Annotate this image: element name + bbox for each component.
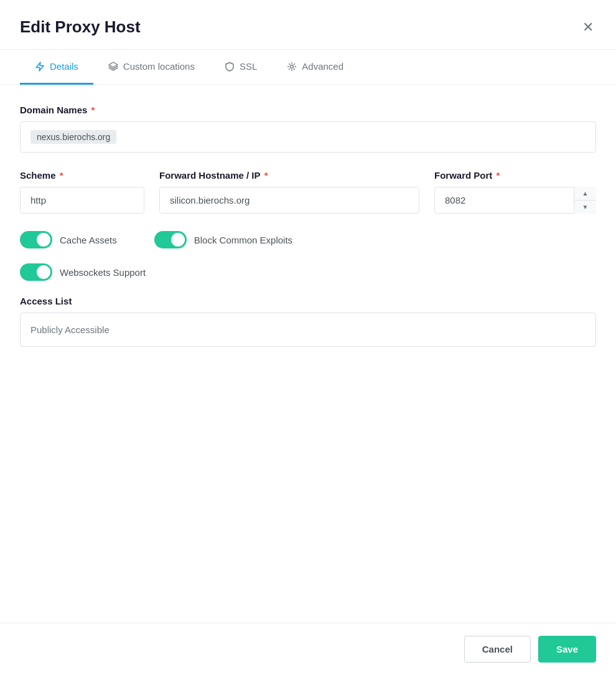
tab-custom-locations-label: Custom locations xyxy=(123,61,195,72)
domain-names-label: Domain Names * xyxy=(20,105,596,115)
modal-body: Domain Names * nexus.bierochs.org Scheme… xyxy=(0,85,616,623)
port-input-wrap: ▲ ▼ xyxy=(434,187,596,214)
domain-tag: nexus.bierochs.org xyxy=(30,130,116,144)
websockets-toggle[interactable] xyxy=(20,263,52,281)
block-exploits-toggle-item: Block Common Exploits xyxy=(154,231,292,248)
scheme-select[interactable]: http https xyxy=(20,187,144,214)
websockets-toggle-item: Websockets Support xyxy=(20,263,146,281)
tab-ssl-label: SSL xyxy=(240,61,257,72)
port-decrement-button[interactable]: ▼ xyxy=(574,201,596,214)
fwdhost-required: * xyxy=(262,170,268,181)
tab-details[interactable]: Details xyxy=(20,50,93,85)
block-exploits-toggle[interactable] xyxy=(154,231,187,248)
save-button[interactable]: Save xyxy=(538,636,596,663)
tab-custom-locations[interactable]: Custom locations xyxy=(93,50,210,85)
modal-footer: Cancel Save xyxy=(0,623,616,675)
block-exploits-slider xyxy=(154,231,187,248)
access-list-input[interactable] xyxy=(20,313,596,347)
svg-point-0 xyxy=(291,65,294,68)
access-list-label: Access List xyxy=(20,296,596,306)
shield-icon xyxy=(225,62,235,72)
cache-assets-toggle[interactable] xyxy=(20,231,52,248)
domain-names-section: Domain Names * nexus.bierochs.org xyxy=(20,105,596,153)
forward-port-input[interactable] xyxy=(434,187,596,214)
tabs-bar: Details Custom locations SSL xyxy=(0,50,616,85)
gear-icon xyxy=(287,62,297,72)
cache-assets-toggle-item: Cache Assets xyxy=(20,231,117,248)
modal-title: Edit Proxy Host xyxy=(20,17,141,37)
required-indicator: * xyxy=(88,105,95,115)
block-exploits-label: Block Common Exploits xyxy=(194,235,292,245)
close-button[interactable]: ✕ xyxy=(580,18,596,37)
fwdport-required: * xyxy=(493,170,500,181)
scheme-field: Scheme * http https xyxy=(20,170,144,214)
scheme-required: * xyxy=(57,170,63,181)
modal: Edit Proxy Host ✕ Details Custom locati xyxy=(0,0,616,675)
tab-advanced[interactable]: Advanced xyxy=(272,50,358,85)
port-spinners: ▲ ▼ xyxy=(574,187,596,214)
forward-hostname-field: Forward Hostname / IP * xyxy=(159,170,419,214)
scheme-label: Scheme * xyxy=(20,170,144,181)
forward-port-label: Forward Port * xyxy=(434,170,596,181)
websockets-slider xyxy=(20,263,52,281)
close-icon: ✕ xyxy=(582,19,594,35)
forward-hostname-label: Forward Hostname / IP * xyxy=(159,170,419,181)
websockets-label: Websockets Support xyxy=(60,267,146,278)
cache-assets-slider xyxy=(20,231,52,248)
port-increment-button[interactable]: ▲ xyxy=(574,187,596,201)
domain-names-input[interactable]: nexus.bierochs.org xyxy=(20,121,596,153)
access-list-section: Access List xyxy=(20,296,596,347)
connection-fields: Scheme * http https Forward Hostname / I… xyxy=(20,170,596,214)
bolt-icon xyxy=(35,62,45,72)
toggles-row-1: Cache Assets Block Common Exploits xyxy=(20,231,596,248)
tab-ssl[interactable]: SSL xyxy=(210,50,272,85)
layers-icon xyxy=(108,62,118,72)
modal-header: Edit Proxy Host ✕ xyxy=(0,0,616,50)
cache-assets-label: Cache Assets xyxy=(60,235,117,245)
forward-hostname-input[interactable] xyxy=(159,187,419,214)
toggles-row-2: Websockets Support xyxy=(20,263,596,281)
forward-port-field: Forward Port * ▲ ▼ xyxy=(434,170,596,214)
tab-advanced-label: Advanced xyxy=(302,61,343,72)
tab-details-label: Details xyxy=(50,61,78,72)
cancel-button[interactable]: Cancel xyxy=(464,636,531,663)
